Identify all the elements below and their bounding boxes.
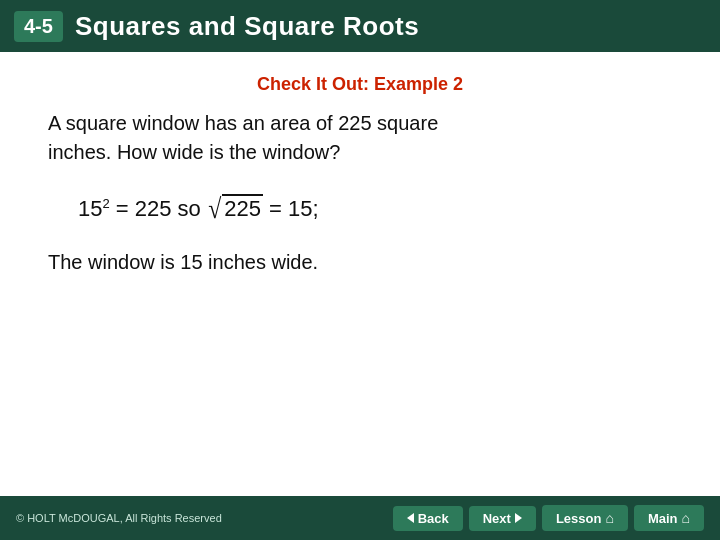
math-result: = 15;	[269, 196, 319, 222]
example-title: Check It Out: Example 2	[48, 74, 672, 95]
radicand: 225	[222, 194, 263, 222]
problem-text: A square window has an area of 225 squar…	[48, 109, 672, 167]
main-button[interactable]: Main ⌂	[634, 505, 704, 531]
next-button[interactable]: Next	[469, 506, 536, 531]
lesson-badge: 4-5	[14, 11, 63, 42]
lesson-title: Squares and Square Roots	[75, 11, 419, 42]
back-arrow-icon	[407, 513, 414, 523]
footer: © HOLT McDOUGAL, All Rights Reserved Bac…	[0, 496, 720, 540]
next-label: Next	[483, 511, 511, 526]
back-button[interactable]: Back	[393, 506, 463, 531]
math-expression: 152 = 225 so √225 = 15;	[48, 195, 672, 223]
sqrt-expression: √225	[207, 195, 263, 223]
radical-symbol: √	[208, 195, 221, 223]
problem-line1: A square window has an area of 225 squar…	[48, 112, 438, 134]
main-home-icon: ⌂	[682, 510, 690, 526]
copyright-text: © HOLT McDOUGAL, All Rights Reserved	[16, 512, 222, 524]
lesson-home-icon: ⌂	[605, 510, 613, 526]
main-label: Main	[648, 511, 678, 526]
next-arrow-icon	[515, 513, 522, 523]
solution-text: The window is 15 inches wide.	[48, 251, 672, 274]
nav-buttons: Back Next Lesson ⌂ Main ⌂	[393, 505, 704, 531]
problem-line2: inches. How wide is the window?	[48, 141, 340, 163]
math-part1: 152 = 225 so	[78, 196, 201, 222]
header: 4-5 Squares and Square Roots	[0, 0, 720, 52]
main-content: Check It Out: Example 2 A square window …	[0, 52, 720, 496]
back-label: Back	[418, 511, 449, 526]
lesson-label: Lesson	[556, 511, 602, 526]
lesson-button[interactable]: Lesson ⌂	[542, 505, 628, 531]
